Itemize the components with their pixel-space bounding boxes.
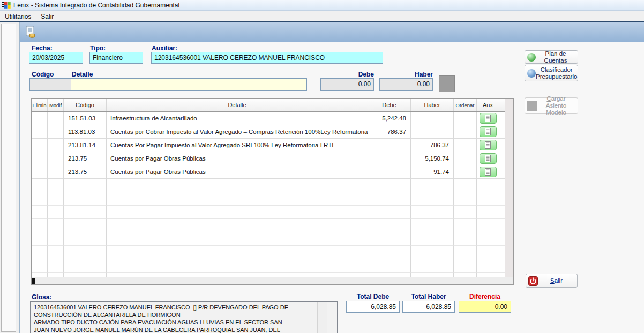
debe-cell: 5,242.48	[368, 112, 411, 125]
detalle-cell: Infraestructura de Alcantarillado	[107, 112, 368, 125]
haber-input[interactable]: 0.00	[379, 78, 433, 91]
codigo-label: Código	[32, 71, 54, 78]
aux-button[interactable]	[480, 113, 497, 124]
window-title: Fenix - Sistema Integrado de Contabilida…	[13, 2, 179, 9]
debe-input[interactable]: 0.00	[320, 78, 374, 91]
ordenar-cell	[454, 112, 477, 125]
modif-cell[interactable]	[48, 125, 64, 139]
ordenar-cell	[454, 139, 477, 152]
table-row[interactable]: 113.81.03 Cuentas por Cobrar Impuesto al…	[32, 125, 506, 139]
cargar-asiento-modelo-button[interactable]: Cargar Asiento Modelo	[525, 97, 578, 114]
aux-button[interactable]	[480, 166, 497, 177]
glosa-scrollbar[interactable]	[317, 302, 327, 333]
debe-cell	[368, 139, 411, 152]
table-row[interactable]: 213.75 Cuentas por Pagar Obras Públicas …	[32, 165, 506, 179]
aux-button[interactable]	[480, 140, 497, 150]
tipo-input[interactable]: Financiero	[89, 52, 143, 64]
detalle-cell: Cuentas por Cobrar Impuesto al Valor Agr…	[107, 125, 368, 139]
haber-label: Haber	[395, 71, 433, 78]
fecha-input[interactable]: 20/03/2025	[29, 52, 83, 64]
col-modif: Modif	[48, 99, 64, 111]
total-debe-label: Total Debe	[346, 293, 400, 300]
entries-table: Elimin Modif Código Detalle Debe Haber O…	[31, 98, 514, 285]
title-bar: Fenix - Sistema Integrado de Contabilida…	[0, 0, 644, 11]
ordenar-cell	[454, 165, 477, 179]
scrollbar-thumb[interactable]	[32, 278, 35, 284]
haber-cell: 786.37	[411, 139, 454, 152]
table-row[interactable]: 151.51.03 Infraestructura de Alcantarill…	[32, 112, 506, 125]
table-empty-row	[32, 232, 506, 246]
aux-button[interactable]	[480, 126, 497, 137]
table-vertical-scrollbar[interactable]	[505, 99, 513, 277]
clasificador-presupuestario-button[interactable]: Clasificador Presupuestario	[525, 65, 578, 81]
modif-cell[interactable]	[48, 165, 64, 179]
plan-de-cuentas-label: Plan de Cuentas	[536, 50, 575, 64]
modif-cell[interactable]	[48, 139, 64, 152]
elimin-cell[interactable]	[32, 112, 48, 125]
toolbar-band	[20, 22, 644, 42]
menu-bar: Utilitarios Salir	[0, 11, 644, 22]
table-empty-row	[32, 259, 506, 273]
debe-cell	[368, 152, 411, 165]
glosa-textarea[interactable]: 1203164536001 VALERO CEREZO MANUEL FRANC…	[30, 301, 338, 333]
salir-button[interactable]: Salir	[526, 274, 578, 288]
codigo-cell: 213.75	[64, 165, 107, 179]
aux-cell	[477, 152, 499, 165]
elimin-cell[interactable]	[32, 125, 48, 139]
auxiliar-input[interactable]: 1203164536001 VALERO CEREZO MANUEL FRANC…	[151, 52, 383, 64]
main-panel: Fecha: 20/03/2025 Tipo: Financiero Auxil…	[19, 22, 644, 333]
debe-cell	[368, 165, 411, 179]
document-icon	[485, 141, 491, 149]
document-icon	[485, 115, 491, 122]
modif-cell[interactable]	[48, 152, 64, 165]
entry-action-button[interactable]	[439, 75, 455, 92]
table-row[interactable]: 213.75 Cuentas por Pagar Obras Públicas …	[32, 152, 506, 165]
table-horizontal-scrollbar[interactable]	[32, 277, 514, 284]
salir-label: Salir	[538, 277, 575, 284]
aux-cell	[477, 125, 499, 139]
elimin-cell[interactable]	[32, 152, 48, 165]
aux-cell	[477, 165, 499, 179]
table-empty-row	[32, 219, 506, 232]
table-empty-row	[32, 179, 506, 192]
separator-line	[29, 69, 511, 69]
diferencia-field: 0.00	[459, 301, 511, 313]
debe-label: Debe	[336, 71, 374, 78]
total-debe-field: 6,028.85	[346, 301, 400, 313]
haber-cell	[411, 125, 454, 139]
table-empty-row	[32, 206, 506, 219]
ordenar-cell	[454, 125, 477, 139]
document-icon	[485, 128, 491, 135]
codigo-cell: 113.81.03	[64, 125, 107, 139]
total-haber-label: Total Haber	[402, 293, 455, 300]
detalle-cell: Cuentas por Pagar Obras Públicas	[107, 165, 368, 179]
detalle-input[interactable]	[71, 78, 307, 91]
col-debe: Debe	[368, 99, 411, 111]
haber-cell	[411, 112, 454, 125]
detalle-cell: Cuentas Por Pagar Impuesto al Valor Agre…	[107, 139, 368, 152]
modif-cell[interactable]	[48, 112, 64, 125]
menu-salir[interactable]: Salir	[36, 12, 58, 21]
left-collapsed-panel[interactable]	[1, 24, 16, 332]
haber-cell: 5,150.74	[411, 152, 454, 165]
table-row[interactable]: 213.81.14 Cuentas Por Pagar Impuesto al …	[32, 139, 506, 152]
power-icon	[528, 276, 538, 286]
col-elimin: Elimin	[32, 99, 48, 111]
splitter-grip[interactable]	[4, 27, 13, 28]
document-icon	[485, 155, 491, 162]
table-header-row: Elimin Modif Código Detalle Debe Haber O…	[32, 99, 506, 112]
aux-cell	[477, 112, 499, 125]
col-aux: Aux	[477, 99, 499, 111]
col-ordenar: Ordenar	[454, 99, 477, 111]
table-empty-row	[32, 246, 506, 259]
green-sphere-icon	[527, 53, 536, 62]
elimin-cell[interactable]	[32, 139, 48, 152]
aux-button[interactable]	[480, 153, 497, 164]
elimin-cell[interactable]	[32, 165, 48, 179]
codigo-cell: 213.81.14	[64, 139, 107, 152]
document-coins-icon[interactable]	[25, 26, 37, 39]
menu-utilitarios[interactable]: Utilitarios	[0, 12, 36, 21]
plan-de-cuentas-button[interactable]: Plan de Cuentas	[525, 50, 578, 64]
document-icon	[485, 168, 491, 176]
fecha-label: Fecha:	[32, 44, 53, 52]
